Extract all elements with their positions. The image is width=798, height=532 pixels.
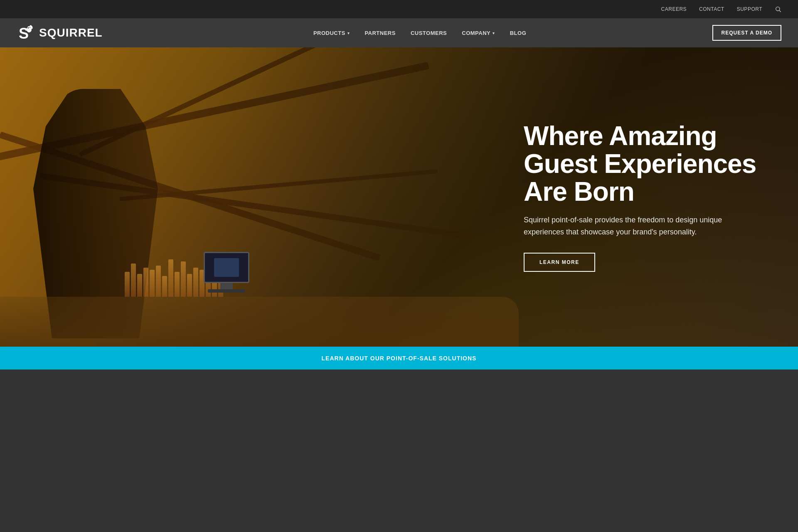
- nav-item-company: COMPANY ▾: [454, 30, 502, 36]
- svg-text:S: S: [19, 25, 29, 42]
- nav-link-blog[interactable]: BLOG: [502, 30, 534, 36]
- nav-link-partners[interactable]: PARTNERS: [357, 30, 403, 36]
- bottle: [175, 272, 180, 297]
- pos-terminal: [204, 252, 249, 293]
- search-button[interactable]: [775, 6, 781, 12]
- hero-title: Where Amazing Guest Experiences Are Born: [524, 122, 756, 206]
- bottle: [150, 270, 155, 297]
- svg-point-0: [776, 7, 780, 11]
- bottle: [193, 268, 198, 297]
- svg-point-8: [30, 27, 30, 28]
- utility-bar: CAREERS CONTACT SUPPORT: [0, 0, 798, 18]
- nav-item-customers: CUSTOMERS: [403, 30, 454, 36]
- logo-link[interactable]: S SQUIRREL: [17, 24, 103, 42]
- svg-point-7: [28, 27, 29, 29]
- bottle: [143, 268, 148, 297]
- learn-more-button[interactable]: LEARN MORE: [524, 253, 595, 272]
- bottle: [168, 259, 173, 297]
- nav-item-partners: PARTNERS: [357, 30, 403, 36]
- bar-counter: [0, 297, 519, 347]
- main-navigation: S SQUIRREL PRODUCTS ▾ PARTNERS: [0, 18, 798, 47]
- request-demo-button[interactable]: REQUEST A DEMO: [712, 25, 781, 41]
- nav-link-products[interactable]: PRODUCTS ▾: [306, 30, 357, 36]
- nav-links: PRODUCTS ▾ PARTNERS CUSTOMERS COMPANY ▾ …: [103, 30, 712, 36]
- bottom-strip: LEARN ABOUT OUR POINT-OF-SALE SOLUTIONS: [0, 347, 798, 369]
- contact-link[interactable]: CONTACT: [699, 6, 724, 12]
- nav-item-products: PRODUCTS ▾: [306, 30, 357, 36]
- hero-subtitle: Squirrel point-of-sale provides the free…: [524, 214, 756, 238]
- nav-link-company[interactable]: COMPANY ▾: [454, 30, 502, 36]
- pos-stand: [220, 283, 233, 289]
- nav-item-blog: BLOG: [502, 30, 534, 36]
- hero-section: Where Amazing Guest Experiences Are Born…: [0, 47, 798, 347]
- careers-link[interactable]: CAREERS: [661, 6, 687, 12]
- chevron-down-icon-company: ▾: [493, 31, 495, 35]
- squirrel-logo-icon: S: [17, 24, 35, 42]
- pos-screen: [204, 252, 249, 283]
- bottle: [125, 272, 130, 297]
- pos-base: [208, 289, 245, 293]
- bottle: [156, 266, 161, 297]
- support-link[interactable]: SUPPORT: [737, 6, 762, 12]
- bottom-strip-text: LEARN ABOUT OUR POINT-OF-SALE SOLUTIONS: [322, 355, 477, 362]
- hero-content: Where Amazing Guest Experiences Are Born…: [524, 122, 756, 272]
- nav-link-customers[interactable]: CUSTOMERS: [403, 30, 454, 36]
- bottle: [137, 274, 142, 297]
- logo-svg: S: [17, 24, 35, 42]
- bottle: [162, 276, 167, 297]
- bottle: [131, 264, 136, 297]
- svg-line-1: [779, 10, 781, 12]
- logo-text: SQUIRREL: [39, 26, 103, 39]
- bottle: [181, 261, 186, 297]
- bottle: [187, 274, 192, 297]
- chevron-down-icon: ▾: [347, 31, 350, 35]
- search-icon: [775, 6, 781, 12]
